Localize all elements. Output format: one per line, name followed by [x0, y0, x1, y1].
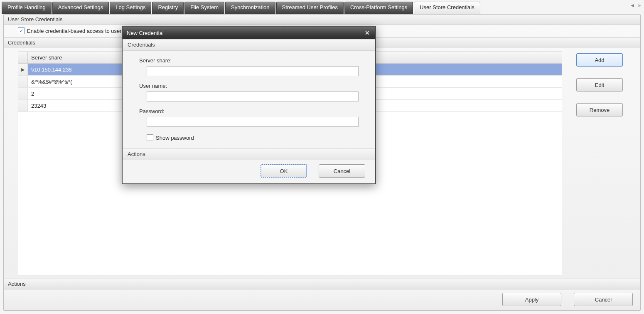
enable-credential-label: Enable credential-based access to user s… — [27, 28, 135, 34]
ok-button[interactable]: OK — [261, 164, 307, 178]
tab-synchronization[interactable]: Synchronization — [225, 2, 275, 14]
show-password-checkbox[interactable] — [147, 134, 153, 141]
show-password-label: Show password — [156, 135, 194, 141]
tab-registry[interactable]: Registry — [152, 2, 184, 14]
dialog-credentials-header: Credentials — [123, 39, 375, 51]
password-input[interactable] — [147, 117, 359, 127]
side-buttons: Add Edit Remove — [576, 52, 634, 275]
tab-profile-handling[interactable]: Profile Handling — [2, 2, 52, 14]
server-share-label: Server share: — [139, 57, 359, 64]
row-marker — [18, 76, 28, 87]
dialog-actions-header: Actions — [123, 148, 375, 160]
add-button[interactable]: Add — [576, 53, 623, 67]
tab-advanced-settings[interactable]: Advanced Settings — [52, 2, 109, 14]
dialog-titlebar[interactable]: New Credential ✕ — [123, 27, 375, 39]
row-marker — [18, 88, 28, 99]
server-share-input[interactable] — [147, 66, 359, 76]
dialog-title: New Credential — [127, 30, 164, 36]
new-credential-dialog: New Credential ✕ Credentials Server shar… — [122, 26, 376, 184]
password-label: Password: — [139, 108, 359, 114]
row-marker: ▶ — [18, 64, 28, 75]
tab-strip: Profile HandlingAdvanced SettingsLog Set… — [2, 2, 642, 12]
row-marker — [18, 100, 28, 111]
edit-button[interactable]: Edit — [576, 78, 623, 91]
tab-file-system[interactable]: File System — [184, 2, 224, 14]
actions-buttons: Apply Cancel — [4, 289, 640, 310]
dialog-actions: OK Cancel — [123, 160, 375, 183]
close-icon[interactable]: ✕ — [364, 29, 371, 37]
cancel-button[interactable]: Cancel — [574, 293, 633, 306]
tab-user-store-credentials[interactable]: User Store Credentials — [414, 2, 480, 14]
tab-scroll-left-icon[interactable]: ◄ — [630, 2, 635, 8]
show-password-row: Show password — [147, 134, 359, 141]
dialog-cancel-button[interactable]: Cancel — [319, 164, 365, 178]
grid-header-rowmark — [18, 52, 28, 63]
actions-title: Actions — [4, 279, 640, 289]
user-name-input[interactable] — [147, 91, 359, 101]
dialog-body: Server share: User name: Password: Show … — [123, 51, 375, 148]
section-user-store-credentials-title: User Store Credentials — [4, 15, 640, 25]
remove-button[interactable]: Remove — [576, 103, 623, 116]
user-name-label: User name: — [139, 83, 359, 89]
apply-button[interactable]: Apply — [502, 293, 561, 306]
tab-log-settings[interactable]: Log Settings — [110, 2, 151, 14]
tab-scroll-controls: ◄ ► — [630, 2, 642, 8]
tab-scroll-right-icon[interactable]: ► — [637, 2, 642, 8]
tab-cross-platform-settings[interactable]: Cross-Platform Settings — [344, 2, 413, 14]
tab-streamed-user-profiles[interactable]: Streamed User Profiles — [276, 2, 344, 14]
enable-credential-checkbox[interactable]: ✓ — [18, 27, 25, 34]
actions-bar: Actions Apply Cancel — [4, 279, 640, 310]
